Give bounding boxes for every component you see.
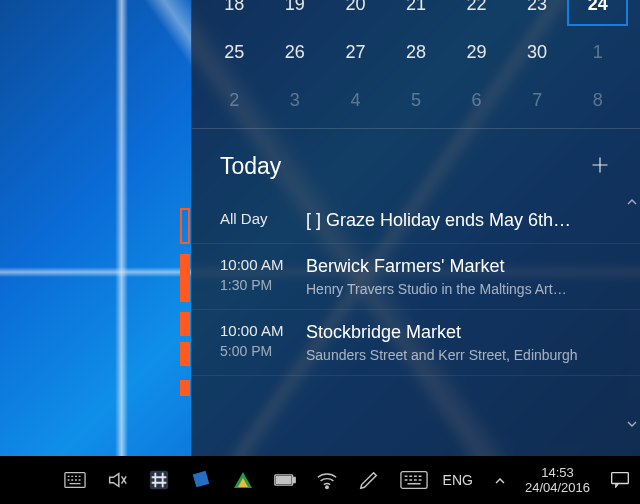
- calendar-day[interactable]: 2: [204, 78, 265, 122]
- event-color-bar: [180, 254, 194, 302]
- input-language-button[interactable]: ENG: [437, 472, 479, 488]
- event-time: 10:00 AM 5:00 PM: [220, 322, 306, 363]
- screen: 18 19 20 21 22 23 24 25 26 27 28 29 30 1…: [0, 0, 640, 504]
- tray-overflow-button[interactable]: [495, 475, 505, 486]
- agenda-event-truncated[interactable]: [192, 376, 640, 404]
- calendar-day[interactable]: 5: [386, 78, 447, 122]
- event-location: Henry Travers Studio in the Maltings Art…: [306, 281, 626, 297]
- svg-rect-4: [277, 477, 291, 484]
- volume-muted-icon[interactable]: [106, 469, 128, 491]
- event-time-start: 10:00 AM: [220, 322, 306, 339]
- event-time-start: 10:00 AM: [220, 256, 306, 273]
- calendar-day[interactable]: 22: [446, 0, 507, 26]
- event-title: Stockbridge Market: [306, 322, 626, 343]
- svg-rect-3: [293, 477, 295, 482]
- calendar-day[interactable]: 29: [446, 30, 507, 74]
- event-location: Saunders Street and Kerr Street, Edinbur…: [306, 347, 626, 363]
- calendar-day[interactable]: 6: [446, 78, 507, 122]
- touch-keyboard-icon[interactable]: [400, 469, 428, 491]
- calendar-day-today[interactable]: 24: [567, 0, 628, 26]
- taskbar-clock[interactable]: 14:53 24/04/2016: [521, 465, 594, 495]
- calendar-day[interactable]: 27: [325, 30, 386, 74]
- agenda-event[interactable]: 10:00 AM 5:00 PM Stockbridge Market Saun…: [192, 310, 640, 376]
- calendar-day[interactable]: 23: [507, 0, 568, 26]
- hash-app-icon[interactable]: [148, 469, 170, 491]
- calendar-day[interactable]: 19: [265, 0, 326, 26]
- action-center-icon[interactable]: [610, 471, 630, 489]
- svg-rect-1: [150, 471, 168, 489]
- calendar-grid: 18 19 20 21 22 23 24 25 26 27 28 29 30 1…: [192, 0, 640, 122]
- event-time-end: 1:30 PM: [220, 277, 306, 293]
- keyboard-indicator-icon[interactable]: [64, 469, 86, 491]
- taskbar-right: ENG 14:53 24/04/2016: [437, 465, 640, 495]
- calendar-day[interactable]: 3: [265, 78, 326, 122]
- calendar-day[interactable]: 8: [567, 78, 628, 122]
- event-time-start: All Day: [220, 210, 306, 227]
- sticky-notes-icon[interactable]: [190, 469, 212, 491]
- taskbar-time: 14:53: [525, 465, 590, 480]
- calendar-day[interactable]: 20: [325, 0, 386, 26]
- clock-calendar-flyout: 18 19 20 21 22 23 24 25 26 27 28 29 30 1…: [191, 0, 640, 456]
- calendar-day[interactable]: 7: [507, 78, 568, 122]
- calendar-day[interactable]: 1: [567, 30, 628, 74]
- svg-rect-7: [612, 473, 629, 484]
- calendar-day[interactable]: 25: [204, 30, 265, 74]
- battery-icon[interactable]: [274, 469, 296, 491]
- calendar-day[interactable]: 4: [325, 78, 386, 122]
- wifi-icon[interactable]: [316, 469, 338, 491]
- calendar-day[interactable]: 18: [204, 0, 265, 26]
- event-time-end: 5:00 PM: [220, 343, 306, 359]
- agenda-heading: Today: [220, 153, 281, 180]
- calendar-day[interactable]: 21: [386, 0, 447, 26]
- event-color-bar: [180, 208, 194, 244]
- event-color-bar: [180, 312, 194, 366]
- agenda-event[interactable]: All Day [ ] Graze Holiday ends May 6th…: [192, 198, 640, 244]
- agenda-header: Today: [192, 129, 640, 198]
- google-drive-icon[interactable]: [232, 469, 254, 491]
- event-color-bar: [180, 380, 194, 396]
- calendar-day[interactable]: 30: [507, 30, 568, 74]
- event-time: All Day: [220, 210, 306, 231]
- pen-icon[interactable]: [358, 469, 380, 491]
- taskbar-date: 24/04/2016: [525, 480, 590, 495]
- event-time: 10:00 AM 1:30 PM: [220, 256, 306, 297]
- scroll-up-icon[interactable]: [626, 194, 638, 208]
- add-event-button[interactable]: [582, 147, 618, 186]
- scroll-down-icon[interactable]: [626, 416, 638, 430]
- plus-icon: [590, 155, 610, 175]
- taskbar: ENG 14:53 24/04/2016: [0, 456, 640, 504]
- calendar-day[interactable]: 26: [265, 30, 326, 74]
- calendar-day[interactable]: 28: [386, 30, 447, 74]
- agenda-event[interactable]: 10:00 AM 1:30 PM Berwick Farmers' Market…: [192, 244, 640, 310]
- agenda-list: All Day [ ] Graze Holiday ends May 6th… …: [192, 198, 640, 404]
- svg-point-5: [326, 486, 329, 489]
- event-title: Berwick Farmers' Market: [306, 256, 626, 277]
- event-title: [ ] Graze Holiday ends May 6th…: [306, 210, 626, 231]
- taskbar-tray: [0, 469, 437, 491]
